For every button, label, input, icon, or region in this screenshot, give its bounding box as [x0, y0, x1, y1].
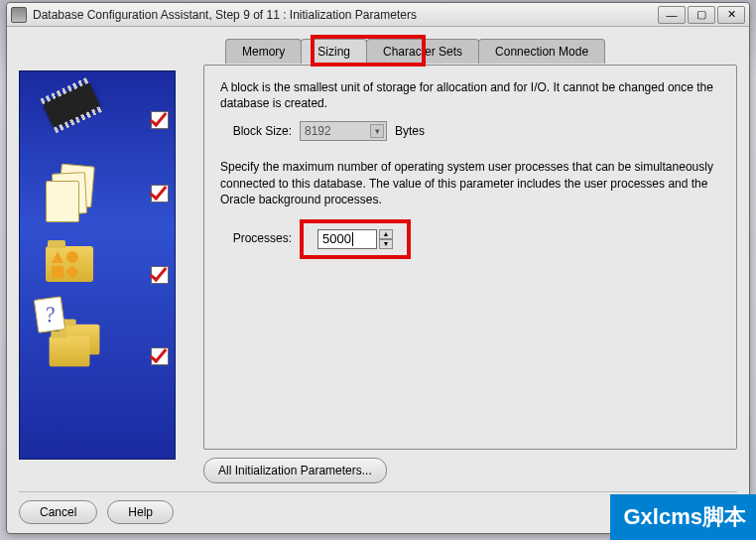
sizing-panel: A block is the smallest unit of storage … — [203, 65, 737, 450]
processes-spin-up[interactable]: ▲ — [379, 229, 393, 239]
step-1-check-icon — [151, 111, 169, 129]
processes-label: Processes: — [220, 231, 292, 245]
processes-spin-down[interactable]: ▼ — [379, 239, 393, 249]
block-size-combo[interactable]: 8192 ▾ — [300, 121, 387, 141]
window-title: Database Configuration Assistant, Step 9… — [33, 8, 658, 22]
annotation-processes-highlight: 5000 ▲ ▼ — [300, 219, 411, 259]
all-initialization-parameters-button[interactable]: All Initialization Parameters... — [203, 458, 387, 483]
tab-character-sets[interactable]: Character Sets — [366, 39, 479, 64]
shapes-folder-icon — [46, 246, 103, 304]
maximize-button[interactable]: ▢ — [688, 6, 715, 24]
tab-sizing[interactable]: Sizing — [301, 39, 367, 64]
step-3-check-icon — [151, 266, 169, 284]
step-2 — [20, 157, 169, 230]
minimize-button[interactable]: — — [658, 6, 686, 24]
tab-bar: Memory Sizing Character Sets Connection … — [225, 39, 737, 64]
folders-icon: ? — [46, 328, 103, 385]
block-size-description: A block is the smallest unit of storage … — [220, 79, 720, 111]
cancel-button[interactable]: Cancel — [19, 500, 97, 524]
wizard-sidebar: ? — [19, 70, 176, 460]
processes-value: 5000 — [322, 231, 351, 246]
block-size-label: Block Size: — [220, 124, 292, 138]
tab-connection-mode[interactable]: Connection Mode — [478, 39, 605, 64]
content-area: ? Memory Sizing Character Sets Connectio… — [19, 39, 737, 483]
step-4: ? — [20, 320, 169, 393]
block-size-row: Block Size: 8192 ▾ Bytes — [220, 121, 720, 141]
chevron-down-icon: ▾ — [370, 124, 384, 138]
close-button[interactable]: ✕ — [717, 6, 745, 24]
help-button[interactable]: Help — [107, 500, 174, 524]
documents-icon — [46, 165, 103, 222]
tab-memory[interactable]: Memory — [225, 39, 302, 64]
main-panel: Memory Sizing Character Sets Connection … — [203, 39, 737, 483]
step-4-check-icon — [151, 347, 169, 365]
processes-spinner-buttons: ▲ ▼ — [379, 229, 393, 249]
chip-icon — [46, 91, 103, 149]
processes-row: Processes: 5000 ▲ ▼ — [220, 217, 720, 259]
app-icon — [11, 7, 27, 23]
block-size-value: 8192 — [305, 124, 331, 138]
titlebar: Database Configuration Assistant, Step 9… — [7, 3, 749, 27]
app-window: Database Configuration Assistant, Step 9… — [6, 2, 750, 534]
processes-description: Specify the maximum number of operating … — [220, 159, 720, 207]
processes-input[interactable]: 5000 — [317, 229, 377, 249]
watermark: Gxlcms脚本 — [610, 494, 757, 540]
step-1 — [20, 83, 169, 157]
window-controls: — ▢ ✕ — [658, 6, 745, 24]
block-size-unit: Bytes — [395, 124, 425, 138]
step-2-check-icon — [151, 185, 169, 202]
